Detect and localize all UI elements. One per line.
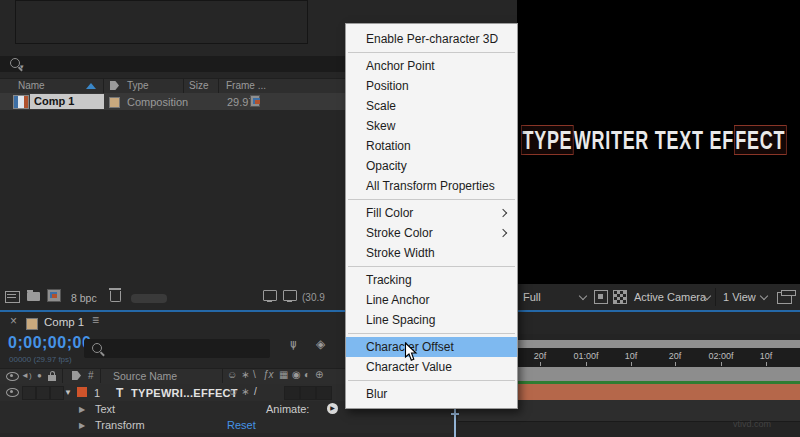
- effects-column-icon[interactable]: ƒx: [263, 370, 274, 380]
- menu-item-opacity[interactable]: Opacity: [346, 156, 517, 176]
- layer-solo-cell[interactable]: [36, 386, 50, 400]
- menu-item-stroke-width[interactable]: Stroke Width: [346, 243, 517, 263]
- mini-flowchart-icon[interactable]: ⋔: [288, 340, 298, 350]
- menu-item-blur[interactable]: Blur: [346, 384, 517, 404]
- menu-item-label: Rotation: [366, 139, 411, 153]
- 3d-layer-column-icon[interactable]: ⊕: [315, 370, 323, 380]
- layer-collapse-icon[interactable]: ∗: [241, 387, 249, 397]
- menu-item-label: Tracking: [366, 273, 412, 287]
- ruler-tick: [721, 362, 722, 366]
- animate-menu-button[interactable]: ▶: [327, 403, 338, 414]
- layer-name[interactable]: TYPEWRI...EFFECT: [131, 387, 238, 399]
- project-preview-box: [15, 0, 308, 44]
- frame-blend-column-icon[interactable]: ▦: [279, 370, 288, 380]
- layer-audio-cell[interactable]: [22, 386, 36, 400]
- new-composition-icon[interactable]: [47, 289, 61, 302]
- transform-group-label[interactable]: Transform: [95, 419, 145, 431]
- layer-quality-icon[interactable]: /: [254, 387, 257, 397]
- column-type[interactable]: Type: [127, 80, 149, 91]
- audio-column-icon[interactable]: ◄): [21, 371, 32, 381]
- menu-item-line-anchor[interactable]: Line Anchor: [346, 290, 517, 310]
- column-size[interactable]: Size: [189, 80, 208, 91]
- graph-editor-icon[interactable]: ◈: [316, 339, 325, 349]
- menu-item-stroke-color[interactable]: Stroke Color: [346, 223, 517, 243]
- collapse-column-icon[interactable]: ∗: [241, 370, 249, 380]
- screen-mode-icon[interactable]: [283, 290, 297, 301]
- menu-item-fill-color[interactable]: Fill Color: [346, 203, 517, 223]
- project-panel: ▾ Name Type Size Frame ... Comp 1 Compos…: [0, 0, 345, 310]
- interpret-footage-icon[interactable]: [5, 291, 20, 303]
- solo-column-icon[interactable]: ●: [37, 371, 42, 381]
- label-color-swatch[interactable]: [109, 97, 120, 108]
- project-item-name[interactable]: Comp 1: [30, 94, 104, 109]
- sort-ascending-icon[interactable]: [86, 83, 96, 89]
- menu-item-position[interactable]: Position: [346, 76, 517, 96]
- ruler-tick-label: 20f: [669, 351, 682, 361]
- search-dropdown-icon[interactable]: ▾: [20, 62, 24, 72]
- menu-item-character-value[interactable]: Character Value: [346, 357, 517, 377]
- show-channel-icon[interactable]: [263, 290, 277, 301]
- footage-icon: [250, 95, 260, 107]
- layer-switch-cell[interactable]: [316, 386, 332, 400]
- column-divider: [222, 368, 223, 383]
- quality-column-icon[interactable]: \: [253, 370, 256, 380]
- column-number[interactable]: #: [88, 370, 94, 381]
- column-source-name[interactable]: Source Name: [113, 370, 177, 382]
- menu-item-skew[interactable]: Skew: [346, 116, 517, 136]
- menu-item-all-transform-properties[interactable]: All Transform Properties: [346, 176, 517, 196]
- menu-item-anchor-point[interactable]: Anchor Point: [346, 56, 517, 76]
- layer-expand-icon[interactable]: ▼: [64, 388, 72, 398]
- text-group-label[interactable]: Text: [95, 403, 115, 415]
- timeline-search-input[interactable]: [84, 339, 270, 358]
- layer-visibility-icon[interactable]: [6, 388, 19, 397]
- text-layer-type-icon: T: [116, 386, 123, 400]
- magnification-value[interactable]: (30.9: [302, 292, 325, 303]
- menu-item-tracking[interactable]: Tracking: [346, 270, 517, 290]
- resolution-dropdown[interactable]: Full: [523, 291, 541, 303]
- panel-menu-icon[interactable]: ≡: [92, 315, 99, 325]
- column-name[interactable]: Name: [18, 80, 45, 91]
- column-divider: [218, 78, 219, 93]
- layer-color-swatch[interactable]: [77, 387, 87, 397]
- cti-grip: [451, 413, 459, 415]
- current-time-display[interactable]: 0;00;00;00: [8, 334, 91, 352]
- new-folder-icon[interactable]: [27, 292, 40, 301]
- menu-separator: [348, 199, 515, 200]
- transparency-grid-icon[interactable]: [613, 290, 627, 304]
- menu-item-line-spacing[interactable]: Line Spacing: [346, 310, 517, 330]
- transform-reset-link[interactable]: Reset: [227, 419, 256, 431]
- menu-item-label: Stroke Color: [366, 226, 433, 240]
- menu-item-character-offset[interactable]: Character Offset: [346, 337, 517, 357]
- ruler-tick-label: 10f: [625, 351, 638, 361]
- timeline-tab-comp1[interactable]: Comp 1: [44, 316, 84, 328]
- camera-dropdown[interactable]: Active Camera: [634, 291, 706, 303]
- video-column-icon[interactable]: [6, 372, 19, 381]
- project-search-input[interactable]: [0, 56, 345, 72]
- layer-switch-cell[interactable]: [284, 386, 300, 400]
- group-collapsed-icon[interactable]: ▶: [79, 405, 85, 415]
- layer-switch-cell[interactable]: [300, 386, 316, 400]
- menu-item-scale[interactable]: Scale: [346, 96, 517, 116]
- column-divider: [103, 78, 104, 93]
- column-frame-rate[interactable]: Frame ...: [226, 80, 266, 91]
- chevron-down-icon[interactable]: [760, 292, 768, 300]
- share-view-icon[interactable]: [777, 292, 792, 304]
- view-layout-dropdown[interactable]: 1 View: [723, 291, 756, 303]
- menu-item-enable-per-character-3d[interactable]: Enable Per-character 3D: [346, 29, 517, 49]
- region-of-interest-icon[interactable]: [594, 290, 608, 304]
- chevron-down-icon[interactable]: [579, 292, 587, 300]
- layer-shy-icon[interactable]: ☺: [228, 387, 238, 397]
- close-icon[interactable]: ×: [10, 316, 17, 326]
- ruler-tick-label: 02:00f: [708, 351, 733, 361]
- project-bit-depth[interactable]: 8 bpc: [71, 292, 97, 304]
- adjustment-layer-column-icon[interactable]: ◐: [304, 370, 310, 380]
- menu-item-label: Blur: [366, 387, 387, 401]
- menu-item-rotation[interactable]: Rotation: [346, 136, 517, 156]
- shy-column-icon[interactable]: ☺: [227, 370, 237, 380]
- motion-blur-column-icon[interactable]: ◉: [292, 370, 301, 380]
- group-collapsed-icon[interactable]: ▶: [79, 421, 85, 431]
- lock-column-icon[interactable]: [48, 375, 56, 381]
- footer-scrollbar[interactable]: [131, 294, 167, 303]
- layer-lock-cell[interactable]: [50, 386, 64, 400]
- delete-icon[interactable]: [110, 291, 121, 302]
